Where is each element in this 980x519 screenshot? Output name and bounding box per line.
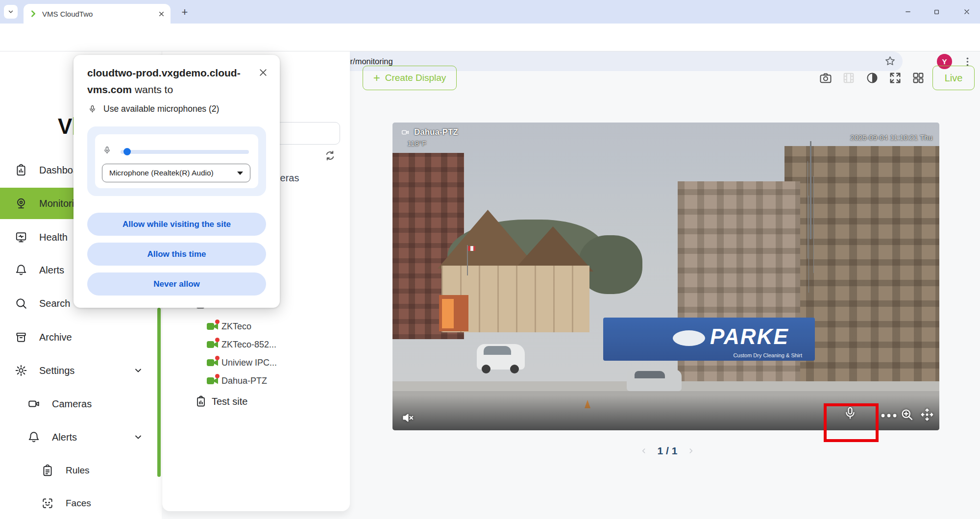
status-dot — [215, 374, 220, 378]
osd-camera-name: Dahua-PTZ — [414, 127, 458, 137]
live-button[interactable]: Live — [932, 66, 975, 90]
sidebar-item-archive[interactable]: Archive — [0, 323, 162, 351]
video-tile-dahua-ptz[interactable]: PARKE Custom Dry Cleaning & Shirt Dahua-… — [392, 123, 939, 430]
sidebar-scrollbar[interactable] — [157, 308, 161, 477]
film-strip-icon[interactable] — [842, 71, 856, 85]
archive-box-icon — [15, 331, 27, 344]
camera-name: ZKTeco — [221, 321, 251, 332]
annotation-highlight-mic — [824, 403, 879, 442]
display-pagination: 1 / 1 — [633, 443, 702, 459]
create-display-button[interactable]: + Create Display — [363, 66, 457, 90]
pan-move-icon[interactable] — [920, 408, 934, 421]
osd-temperature: 118°F — [407, 139, 426, 148]
browser-toolbar: Use microphone? cloudtwo-prod.vxgdemo.cl… — [0, 24, 980, 51]
site-clipboard-icon — [195, 395, 207, 408]
origin-line2: vms.com — [87, 84, 132, 95]
tab-title: VMS CloudTwo — [42, 10, 153, 18]
camera-online-icon — [207, 340, 219, 349]
camera-online-icon — [207, 358, 219, 368]
cameras-videocam-icon — [27, 397, 40, 410]
sidebar-label: Health — [39, 232, 68, 243]
tree-camera-dahua-ptz[interactable]: Dahua-PTZ — [207, 373, 267, 388]
chevron-down-icon[interactable] — [133, 432, 143, 442]
sidebar-item-settings[interactable]: Settings — [0, 357, 162, 384]
settings-gear-icon — [15, 364, 27, 377]
contrast-icon[interactable] — [865, 71, 879, 85]
sidebar-item-rules[interactable]: Rules — [0, 457, 162, 484]
allow-this-time-button[interactable]: Allow this time — [87, 243, 266, 266]
dashboard-icon — [15, 164, 27, 176]
tab-search-button[interactable] — [4, 5, 18, 19]
sidebar-label: Rules — [66, 465, 90, 476]
zoom-in-icon[interactable] — [900, 408, 914, 421]
page-indicator: 1 / 1 — [658, 445, 678, 457]
allow-while-visiting-button[interactable]: Allow while visiting the site — [87, 213, 266, 236]
close-icon[interactable] — [258, 68, 269, 78]
layout-grid-icon[interactable] — [911, 71, 925, 85]
mic-test-inner: Microphone (Realtek(R) Audio) — [95, 134, 258, 188]
camera-online-icon — [207, 321, 219, 331]
mic-test-card: Microphone (Realtek(R) Audio) — [87, 126, 266, 196]
screen: VMS CloudTwo + Use microphone? cloudtwo-… — [0, 0, 980, 519]
window-close-button[interactable] — [959, 5, 974, 19]
snapshot-camera-icon[interactable] — [819, 71, 833, 85]
permission-request-label: Use available microphones (2) — [103, 104, 219, 114]
sidebar-item-faces[interactable]: Faces — [0, 490, 162, 517]
chevron-down-icon — [7, 8, 14, 15]
fullscreen-icon[interactable] — [888, 71, 902, 85]
bookmark-star-icon[interactable] — [884, 55, 896, 67]
status-dot — [215, 320, 220, 324]
faces-scan-icon — [41, 497, 54, 510]
audio-muted-icon[interactable] — [401, 411, 415, 424]
tree-site-test-site[interactable]: Test site — [195, 394, 247, 409]
tree-camera-uniview[interactable]: Uniview IPC... — [207, 355, 277, 370]
mic-device-value: Microphone (Realtek(R) Audio) — [109, 169, 214, 177]
live-label: Live — [945, 73, 963, 84]
microphone-icon — [88, 104, 97, 114]
sidebar-label: Alerts — [52, 432, 77, 443]
origin-line1: cloudtwo-prod.vxgdemo.cloud- — [87, 67, 241, 78]
alerts-bell-icon — [15, 264, 27, 276]
chevron-down-icon — [237, 172, 243, 175]
tree-camera-zkteco-852[interactable]: ZKTeco-852... — [207, 337, 276, 352]
permission-request-row: Use available microphones (2) — [88, 104, 219, 114]
status-dot — [215, 338, 220, 342]
status-dot — [215, 356, 220, 360]
page-prev-icon[interactable] — [640, 447, 648, 455]
mic-device-select[interactable]: Microphone (Realtek(R) Audio) — [102, 164, 250, 182]
mic-level-slider[interactable] — [121, 150, 249, 154]
chevron-down-icon[interactable] — [133, 366, 143, 375]
camera-name: ZKTeco-852... — [221, 340, 276, 350]
sidebar-label: Search — [39, 298, 70, 309]
sidebar-label: Faces — [66, 498, 91, 509]
camera-name: Uniview IPC... — [221, 358, 277, 368]
camera-name: Dahua-PTZ — [221, 376, 267, 386]
tree-camera-zkteco[interactable]: ZKTeco — [207, 319, 251, 334]
alerts-bell-icon — [27, 431, 40, 444]
sidebar-item-cameras[interactable]: Cameras — [0, 390, 162, 418]
permission-dialog: cloudtwo-prod.vxgdemo.cloud- vms.com wan… — [74, 55, 280, 308]
browser-tab[interactable]: VMS CloudTwo — [24, 4, 171, 24]
videocam-icon — [400, 128, 410, 136]
more-options-icon[interactable] — [881, 413, 897, 418]
never-allow-button[interactable]: Never allow — [87, 272, 266, 296]
page-next-icon[interactable] — [687, 447, 695, 455]
camera-online-icon — [207, 376, 219, 386]
sidebar-item-alerts-settings[interactable]: Alerts — [0, 423, 162, 451]
browser-tab-bar: VMS CloudTwo + — [0, 0, 980, 24]
health-monitor-icon — [15, 231, 27, 244]
new-tab-button[interactable]: + — [178, 6, 191, 19]
mic-level-indicator — [123, 148, 131, 155]
search-icon — [15, 297, 27, 310]
site-favicon-icon — [29, 10, 37, 18]
plus-icon: + — [373, 71, 380, 85]
refresh-icon[interactable] — [324, 149, 336, 162]
rules-clipboard-icon — [41, 464, 54, 477]
permission-dialog-title: cloudtwo-prod.vxgdemo.cloud- vms.com wan… — [87, 65, 249, 98]
site-name: Test site — [212, 396, 247, 407]
tab-close-icon[interactable] — [158, 11, 165, 17]
microphone-icon — [103, 145, 111, 155]
window-maximize-button[interactable] — [929, 5, 944, 19]
window-minimize-button[interactable] — [901, 5, 915, 19]
wants-to-text: wants to — [132, 84, 173, 95]
